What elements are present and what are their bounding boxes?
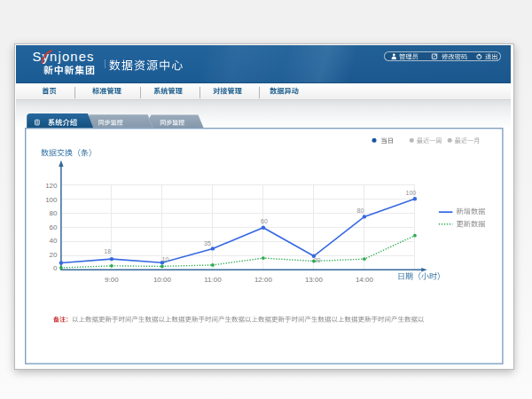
svg-text:13:00: 13:00 <box>304 276 323 284</box>
svg-text:100: 100 <box>45 196 58 204</box>
svg-text:0: 0 <box>53 264 58 272</box>
svg-text:18: 18 <box>104 248 111 254</box>
svg-text:80: 80 <box>356 207 364 214</box>
svg-text:10: 10 <box>161 256 168 262</box>
svg-text:20: 20 <box>49 251 57 259</box>
svg-text:120: 120 <box>45 182 58 190</box>
svg-text:9:00: 9:00 <box>105 276 119 284</box>
svg-text:60: 60 <box>261 218 268 224</box>
svg-text:11:00: 11:00 <box>204 276 222 284</box>
svg-text:80: 80 <box>49 209 57 217</box>
svg-text:100: 100 <box>405 190 416 196</box>
svg-text:40: 40 <box>49 237 57 245</box>
svg-text:14:00: 14:00 <box>355 276 373 284</box>
svg-text:10:00: 10:00 <box>153 276 171 284</box>
svg-text:60: 60 <box>49 223 57 231</box>
svg-text:12:00: 12:00 <box>254 276 272 284</box>
svg-text:35: 35 <box>204 240 211 246</box>
svg-text:20: 20 <box>313 257 320 263</box>
